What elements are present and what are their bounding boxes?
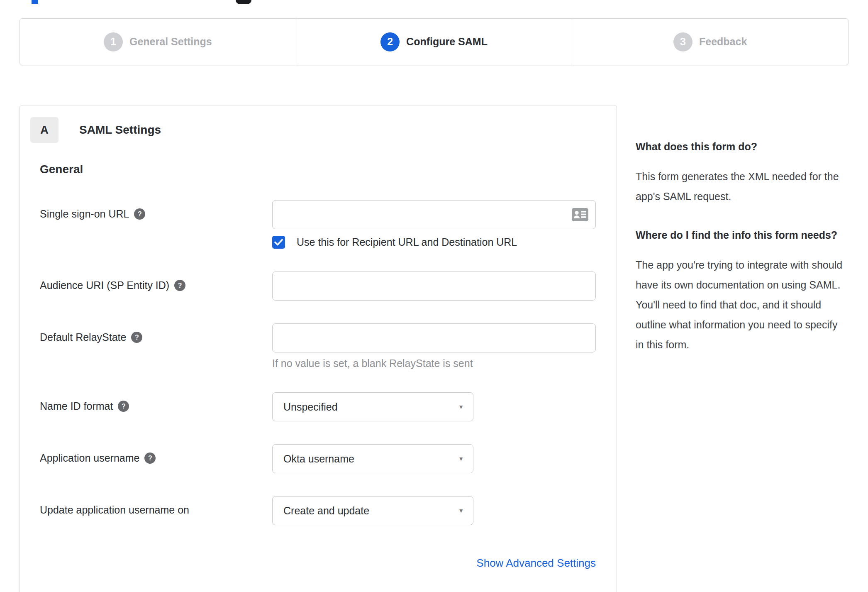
step-2-label: Configure SAML: [406, 36, 488, 48]
sso-url-label: Single sign-on URL: [40, 207, 129, 221]
show-advanced-settings-link[interactable]: Show Advanced Settings: [476, 557, 596, 569]
header-icon-fragment: [236, 0, 251, 4]
sso-url-input[interactable]: [272, 200, 596, 229]
update-username-label-cell: Update application username on: [20, 496, 272, 525]
relay-state-label-cell: Default RelayState ?: [20, 323, 272, 369]
sidebar-body-what: This form generates the XML needed for t…: [636, 166, 848, 206]
step-general-settings[interactable]: 1 General Settings: [20, 19, 296, 65]
help-icon[interactable]: ?: [134, 208, 145, 220]
audience-uri-control-cell: [272, 272, 617, 301]
caret-down-icon: ▼: [458, 455, 464, 462]
sidebar-heading-what: What does this form do?: [636, 137, 848, 157]
relay-state-input[interactable]: [272, 323, 596, 352]
step-1-label: General Settings: [129, 36, 212, 48]
app-username-select[interactable]: Okta username ▼: [272, 444, 473, 473]
relay-state-label: Default RelayState: [40, 330, 126, 344]
step-1-circle: 1: [104, 32, 123, 51]
caret-down-icon: ▼: [458, 507, 464, 514]
general-group-title: General: [40, 163, 617, 176]
sidebar-heading-where: Where do I find the info this form needs…: [636, 225, 848, 245]
recipient-url-checkbox-label: Use this for Recipient URL and Destinati…: [297, 236, 517, 248]
app-username-control-cell: Okta username ▼: [272, 444, 617, 473]
help-icon[interactable]: ?: [118, 401, 129, 412]
name-id-format-label: Name ID format: [40, 399, 113, 413]
contact-card-icon[interactable]: [572, 208, 588, 223]
recipient-url-checkbox[interactable]: [272, 236, 285, 249]
form-row-update-username: Update application username on Create an…: [20, 496, 617, 525]
name-id-format-control-cell: Unspecified ▼: [272, 392, 617, 421]
sidebar-body-where: The app you're trying to integrate with …: [636, 255, 848, 355]
sso-url-label-cell: Single sign-on URL ?: [20, 200, 272, 249]
caret-down-icon: ▼: [458, 404, 464, 410]
relay-state-hint: If no value is set, a blank RelayState i…: [272, 357, 617, 369]
form-row-sso-url: Single sign-on URL ?: [20, 200, 617, 249]
section-a-badge: A: [30, 117, 59, 143]
audience-uri-label: Audience URI (SP Entity ID): [40, 278, 169, 292]
step-feedback[interactable]: 3 Feedback: [572, 19, 848, 65]
name-id-format-label-cell: Name ID format ?: [20, 392, 272, 421]
step-3-circle: 3: [673, 32, 692, 51]
step-3-label: Feedback: [699, 36, 747, 48]
wizard-stepper: 1 General Settings 2 Configure SAML 3 Fe…: [20, 18, 848, 65]
form-row-audience-uri: Audience URI (SP Entity ID) ?: [20, 272, 617, 301]
relay-state-input-wrap: [272, 323, 596, 352]
sso-checkbox-row: Use this for Recipient URL and Destinati…: [272, 236, 617, 249]
step-2-circle: 2: [380, 32, 400, 51]
form-row-relay-state: Default RelayState ? If no value is set,…: [20, 323, 617, 369]
name-id-format-value: Unspecified: [283, 401, 338, 413]
section-title: SAML Settings: [79, 123, 161, 137]
audience-uri-label-cell: Audience URI (SP Entity ID) ?: [20, 272, 272, 301]
app-username-label-cell: Application username ?: [20, 444, 272, 473]
name-id-format-select[interactable]: Unspecified ▼: [272, 392, 473, 421]
audience-uri-input-wrap: [272, 272, 596, 301]
form-row-app-username: Application username ? Okta username ▼: [20, 444, 617, 473]
step-configure-saml[interactable]: 2 Configure SAML: [296, 19, 572, 65]
help-sidebar: What does this form do? This form genera…: [636, 137, 848, 355]
app-logo-fragment: [32, 0, 38, 4]
audience-uri-input[interactable]: [272, 272, 596, 301]
update-username-select[interactable]: Create and update ▼: [272, 496, 473, 525]
panel-header: A SAML Settings: [20, 105, 617, 143]
help-icon[interactable]: ?: [144, 453, 156, 464]
saml-settings-panel: A SAML Settings General Single sign-on U…: [20, 105, 617, 592]
sidebar-section-what: What does this form do? This form genera…: [636, 137, 848, 206]
sso-url-control-cell: Use this for Recipient URL and Destinati…: [272, 200, 617, 249]
saml-form: Single sign-on URL ?: [20, 200, 617, 570]
update-username-value: Create and update: [283, 505, 369, 517]
sso-url-input-wrap: [272, 200, 596, 229]
advanced-settings-row: Show Advanced Settings: [272, 557, 596, 570]
page: 1 General Settings 2 Configure SAML 3 Fe…: [0, 0, 868, 592]
help-icon[interactable]: ?: [131, 332, 142, 343]
update-username-control-cell: Create and update ▼: [272, 496, 617, 525]
app-username-label: Application username: [40, 451, 139, 465]
help-icon[interactable]: ?: [174, 280, 185, 291]
form-row-name-id-format: Name ID format ? Unspecified ▼: [20, 392, 617, 421]
sidebar-section-where: Where do I find the info this form needs…: [636, 225, 848, 355]
update-username-label: Update application username on: [40, 503, 189, 517]
app-username-value: Okta username: [283, 453, 354, 465]
relay-state-control-cell: If no value is set, a blank RelayState i…: [272, 323, 617, 369]
